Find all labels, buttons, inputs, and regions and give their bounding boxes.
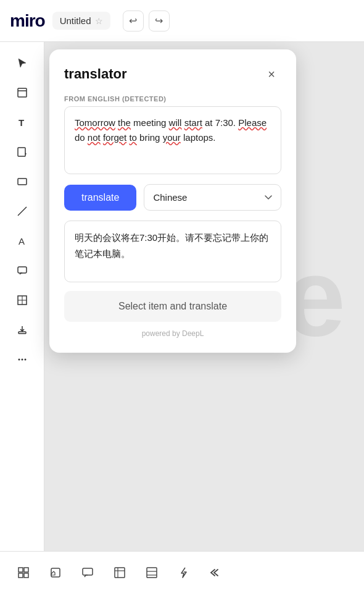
layout-bottom-icon[interactable] [141, 561, 163, 584]
source-text-part7: bring [139, 132, 163, 143]
from-label: FROM ENGLISH (DETECTED) [64, 95, 281, 103]
bottom-toolbar [0, 551, 364, 593]
source-word-forget: forget [103, 132, 126, 143]
svg-rect-15 [19, 568, 23, 572]
source-word-the2: the [118, 117, 131, 128]
tab-title: Untitled [60, 15, 91, 26]
comment-icon[interactable] [9, 257, 36, 284]
source-text-box: Tomorrow the meeting will start at 7:30.… [64, 106, 281, 174]
frame-icon[interactable] [9, 79, 36, 106]
redo-button[interactable]: ↪ [149, 11, 170, 32]
rect-icon[interactable] [9, 168, 36, 195]
more-icon[interactable] [9, 346, 36, 373]
svg-rect-20 [83, 568, 93, 575]
svg-rect-16 [24, 568, 28, 572]
source-text-part4: do [75, 132, 88, 143]
source-word-to: to [129, 132, 137, 143]
panel-header: translator × [64, 64, 281, 84]
svg-rect-0 [18, 88, 27, 97]
undo-button[interactable]: ↩ [123, 11, 144, 32]
left-sidebar: T A [0, 42, 44, 551]
note-icon[interactable] [9, 138, 36, 166]
source-word-not: not [88, 132, 101, 143]
svg-point-13 [21, 359, 23, 361]
select-translate-button[interactable]: Select item and translate [64, 291, 281, 322]
star-icon[interactable]: ☆ [95, 16, 103, 26]
source-word-please: Please [238, 117, 267, 128]
source-text-part1: meeting [133, 117, 169, 128]
shape-bottom-icon[interactable] [44, 561, 67, 584]
svg-rect-3 [18, 148, 25, 156]
zap-bottom-icon[interactable] [173, 561, 195, 584]
svg-point-14 [24, 359, 26, 361]
miro-logo: miro [10, 11, 45, 31]
translate-row: translate ChineseSpanishFrenchGermanJapa… [64, 184, 281, 211]
topbar-actions: ↩ ↪ [123, 11, 170, 32]
topbar: miro Untitled ☆ ↩ ↪ [0, 0, 364, 42]
panel-title: translator [64, 66, 126, 82]
svg-text:T: T [19, 117, 24, 128]
svg-rect-7 [18, 267, 27, 273]
svg-rect-17 [19, 573, 23, 578]
pen-icon[interactable]: A [9, 227, 36, 254]
translated-text-box: 明天的会议将在7:30开始。请不要忘记带上你的笔记本电脑。 [64, 221, 281, 282]
chat-bottom-icon[interactable] [77, 561, 99, 584]
svg-text:A: A [19, 236, 25, 246]
tab-pill[interactable]: Untitled ☆ [52, 12, 110, 30]
source-word-your: your [163, 132, 181, 143]
source-word-start: start [184, 117, 202, 128]
language-select[interactable]: ChineseSpanishFrenchGermanJapaneseKorean… [144, 184, 281, 211]
source-text-part8: laptops. [183, 132, 216, 143]
svg-rect-24 [147, 568, 157, 578]
frame-bottom-icon[interactable] [109, 561, 131, 584]
close-button[interactable]: × [262, 64, 281, 84]
table-icon[interactable] [9, 287, 36, 314]
line-icon[interactable] [9, 198, 36, 225]
svg-point-12 [18, 359, 20, 361]
powered-by: powered by DeepL [64, 329, 281, 338]
source-word-tomorrow: Tomorrow [75, 117, 115, 128]
svg-rect-18 [24, 573, 28, 578]
text-icon[interactable]: T [9, 109, 36, 136]
translate-button[interactable]: translate [64, 185, 136, 211]
svg-rect-11 [19, 332, 26, 334]
svg-line-5 [18, 207, 27, 216]
upload-icon[interactable] [9, 316, 36, 343]
svg-rect-4 [18, 179, 27, 185]
translator-panel: translator × FROM ENGLISH (DETECTED) Tom… [49, 49, 296, 353]
collapse-bottom-icon[interactable] [205, 561, 227, 584]
svg-rect-21 [115, 568, 125, 578]
cursor-icon[interactable] [9, 49, 36, 77]
grid-bottom-icon[interactable] [12, 561, 35, 584]
source-word-will: will [169, 117, 182, 128]
source-text-part3: at 7:30. [205, 117, 238, 128]
